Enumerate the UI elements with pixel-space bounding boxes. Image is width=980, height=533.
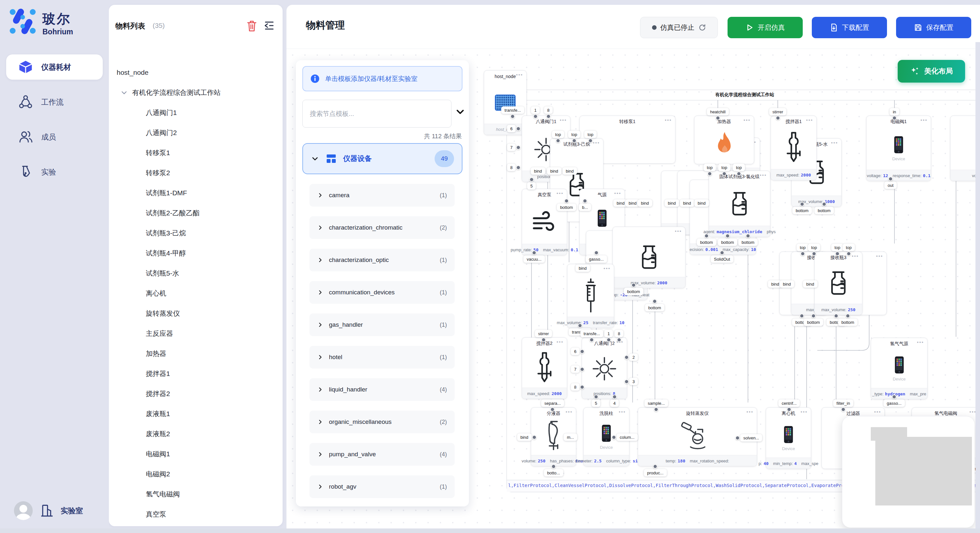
- chevron-down-icon[interactable]: [121, 89, 128, 96]
- port-SolidOut[interactable]: SolidOut: [711, 255, 733, 263]
- port-handle-icon[interactable]: [624, 355, 629, 359]
- port-bottom[interactable]: bottom: [738, 239, 758, 246]
- tree-item[interactable]: 试剂瓶3-己烷: [109, 223, 281, 243]
- flow-node-stirrer2[interactable]: 搅拌器2•••max_speed: 2000: [522, 338, 567, 399]
- flow-node-valve2[interactable]: 八通阀门2•••positions: 8: [582, 338, 627, 399]
- port-7[interactable]: 7: [507, 144, 515, 151]
- node-menu-icon[interactable]: •••: [876, 253, 883, 259]
- flow-node-vacuum[interactable]: 真空泵•••pump_rate: 50max_vacuum: 0.1: [522, 189, 567, 255]
- user-avatar[interactable]: [14, 501, 33, 520]
- node-menu-icon[interactable]: •••: [516, 72, 523, 78]
- download-config-button[interactable]: 下载配置: [812, 17, 887, 38]
- node-menu-icon[interactable]: •••: [806, 117, 813, 123]
- flow-node-h2gas[interactable]: 氢气气源•••Device_type: hydrogenmax_pre: [871, 338, 928, 399]
- node-menu-icon[interactable]: •••: [743, 117, 751, 123]
- tree-item[interactable]: 试剂瓶5-水: [109, 263, 281, 283]
- node-menu-icon[interactable]: •••: [920, 117, 928, 123]
- port-bind[interactable]: bind: [803, 281, 818, 288]
- chevron-down-icon[interactable]: [455, 106, 466, 117]
- port-handle-icon[interactable]: [631, 283, 636, 287]
- collapse-panel-icon[interactable]: [263, 20, 275, 32]
- port-handle-icon[interactable]: [812, 252, 816, 256]
- port-handle-icon[interactable]: [800, 314, 804, 318]
- port-vacuu[interactable]: vacuu...: [523, 255, 545, 263]
- port-top[interactable]: top: [718, 164, 730, 171]
- port-handle-icon[interactable]: [606, 338, 611, 342]
- port-botto[interactable]: botto...: [544, 469, 563, 477]
- port-handle-icon[interactable]: [590, 338, 594, 342]
- template-row-communication_devices[interactable]: communication_devices(1): [310, 281, 455, 304]
- port-handle-icon[interactable]: [580, 349, 585, 354]
- port-separa[interactable]: separa...: [541, 400, 564, 407]
- port-handle-icon[interactable]: [892, 116, 897, 121]
- port-top[interactable]: top: [568, 131, 581, 138]
- tree-item[interactable]: 试剂瓶2-乙酸乙酯: [109, 203, 281, 223]
- port-top[interactable]: top: [584, 131, 597, 138]
- port-bottom[interactable]: bottom: [557, 204, 576, 211]
- port-handle-icon[interactable]: [737, 171, 741, 176]
- port-1[interactable]: 1: [604, 330, 613, 338]
- port-8[interactable]: 8: [544, 106, 552, 114]
- template-row-gas_handler[interactable]: gas_handler(1): [310, 314, 455, 336]
- tree-item[interactable]: 氢气电磁阀: [109, 484, 281, 504]
- tree-item[interactable]: 电磁阀1: [109, 444, 281, 464]
- node-menu-icon[interactable]: •••: [831, 140, 838, 145]
- port-handle-icon[interactable]: [580, 367, 585, 371]
- port-4[interactable]: 4: [610, 400, 619, 407]
- port-handle-icon[interactable]: [516, 145, 521, 150]
- port-handle-icon[interactable]: [811, 314, 816, 318]
- port-bind[interactable]: bind: [680, 200, 695, 207]
- port-handle-icon[interactable]: [834, 314, 838, 318]
- port-handle-icon[interactable]: [704, 234, 709, 238]
- port-2[interactable]: 2: [629, 354, 638, 361]
- port-handle-icon[interactable]: [532, 251, 536, 255]
- port-bottom[interactable]: bottom: [792, 207, 812, 214]
- node-menu-icon[interactable]: •••: [619, 409, 626, 414]
- port-handle-icon[interactable]: [529, 178, 534, 182]
- port-sample[interactable]: sample...: [644, 400, 668, 407]
- port-bottom[interactable]: bottom: [697, 239, 716, 246]
- tree-item[interactable]: 真空泵: [109, 504, 281, 523]
- port-handle-icon[interactable]: [550, 408, 555, 412]
- port-handle-icon[interactable]: [611, 435, 616, 439]
- port-handle-icon[interactable]: [551, 464, 556, 469]
- node-menu-icon[interactable]: •••: [614, 190, 621, 196]
- port-b[interactable]: b...: [579, 204, 591, 211]
- port-handle-icon[interactable]: [516, 126, 521, 131]
- port-bind[interactable]: bind: [638, 200, 652, 207]
- port-gasso[interactable]: gasso...: [585, 255, 607, 263]
- tree-item[interactable]: 主反应器: [109, 324, 281, 344]
- node-menu-icon[interactable]: •••: [665, 117, 672, 123]
- tree-item[interactable]: 有机化学流程综合测试工作站: [109, 82, 281, 103]
- port-stirrer[interactable]: stirrer: [769, 108, 786, 116]
- port-transfe[interactable]: transfe...: [501, 106, 524, 114]
- template-row-characterization_chromatic[interactable]: characterization_chromatic(2): [310, 216, 455, 239]
- port-7[interactable]: 7: [571, 366, 579, 373]
- port-transfe[interactable]: transfe...: [581, 330, 603, 338]
- port-bind[interactable]: bind: [576, 265, 590, 272]
- node-menu-icon[interactable]: •••: [746, 409, 754, 414]
- port-handle-icon[interactable]: [580, 385, 585, 389]
- flow-node-sol_valve1[interactable]: 电磁阀1•••Devicevoltage: 12response_time: 0…: [866, 116, 931, 181]
- port-1[interactable]: 1: [531, 106, 539, 114]
- port-centrif[interactable]: centrif...: [778, 400, 800, 407]
- port-bottom[interactable]: bottom: [804, 319, 823, 326]
- flow-node-solid3[interactable]: 固体试剂瓶3-氯化镁•••agent: magnesium_chlorideph…: [709, 171, 770, 237]
- tree-item[interactable]: 八通阀门1: [109, 103, 281, 123]
- tree-item[interactable]: 电磁阀2: [109, 464, 281, 484]
- sidebar-item-instruments[interactable]: 仪器耗材: [6, 54, 103, 80]
- port-bind[interactable]: bind: [563, 167, 577, 175]
- beautify-layout-button[interactable]: 美化布局: [898, 60, 965, 82]
- port-handle-icon[interactable]: [624, 379, 629, 384]
- port-handle-icon[interactable]: [800, 202, 804, 206]
- tree-item[interactable]: 八通阀门2: [109, 123, 281, 143]
- node-menu-icon[interactable]: •••: [560, 117, 567, 123]
- port-8[interactable]: 8: [571, 383, 579, 391]
- port-handle-icon[interactable]: [822, 202, 826, 206]
- port-handle-icon[interactable]: [835, 252, 840, 256]
- node-menu-icon[interactable]: •••: [557, 339, 563, 344]
- port-solven[interactable]: solven...: [740, 434, 762, 442]
- port-handle-icon[interactable]: [572, 139, 576, 143]
- node-menu-icon[interactable]: •••: [603, 265, 611, 271]
- port-top[interactable]: top: [843, 244, 855, 251]
